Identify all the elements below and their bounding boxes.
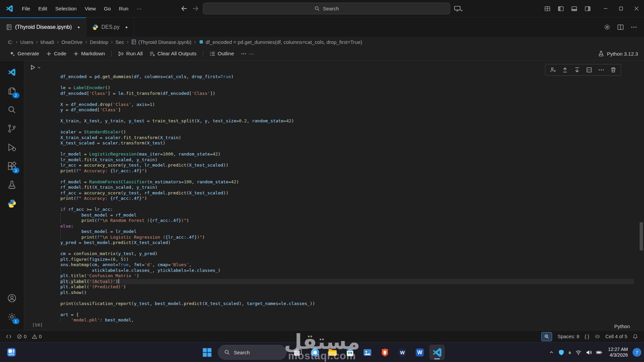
code-line[interactable]: y_pred = best_model.predict(X_test_scale… [60, 240, 634, 246]
taskbar-vscode[interactable] [429, 345, 445, 360]
activity-settings[interactable]: 1 [4, 308, 20, 325]
code-line[interactable]: X_train, X_test, y_train, y_test = train… [60, 118, 634, 124]
back-arrow-icon[interactable] [181, 5, 188, 12]
code-line[interactable]: cm = confusion_matrix(y_test, y_pred) [60, 251, 634, 257]
tray-input-language[interactable]: ة [567, 346, 573, 359]
status-copilot[interactable] [592, 334, 603, 339]
toggle-panel-icon[interactable] [569, 4, 580, 13]
status-notifications[interactable] [630, 334, 641, 339]
taskbar-waterfox[interactable]: W [394, 345, 410, 360]
taskbar-copilot[interactable] [307, 345, 323, 360]
breadcrumb-item[interactable]: khaa5 [41, 39, 54, 45]
tray-volume[interactable] [584, 346, 594, 359]
code-line[interactable]: plt.figure(figsize=(6, 5)) [60, 257, 634, 262]
code-line[interactable]: print(f" Accuracy: {rf_acc:.4f}") [60, 196, 634, 201]
tab-des-py[interactable]: DES.py● [86, 17, 134, 37]
activity-python[interactable] [4, 195, 20, 212]
activity-search[interactable] [4, 101, 20, 118]
close-button[interactable] [629, 0, 644, 17]
code-line[interactable]: print(f"\n Logistic Regression ({lr_acc:… [60, 235, 634, 240]
scrollbar-thumb[interactable] [640, 222, 643, 250]
code-line[interactable] [60, 96, 634, 102]
code-line[interactable]: print(f"\n Random Forest ({rf_acc:.4f})"… [60, 218, 634, 224]
status-warnings[interactable]: 0 [29, 330, 44, 343]
code-line[interactable]: le = LabelEncoder() [60, 85, 634, 91]
code-line[interactable]: art = { [60, 312, 634, 318]
cell-language[interactable]: Python [614, 323, 630, 329]
code-line[interactable]: rf_model.fit(X_train_scaled, y_train) [60, 185, 634, 190]
code-line[interactable] [60, 201, 634, 207]
activity-extensions[interactable]: 3 [4, 157, 20, 175]
forward-arrow-icon[interactable] [192, 5, 199, 12]
code-line[interactable]: 'model.pkl': best_model, [60, 317, 634, 323]
toggle-sidebar-icon[interactable] [555, 4, 566, 13]
breadcrumb-item[interactable]: Users [20, 39, 33, 45]
code-line[interactable]: print(classification_report(y_test, best… [60, 301, 634, 307]
split-cell[interactable] [586, 67, 592, 73]
toolbar-outline[interactable]: Outline [206, 49, 237, 58]
code-line[interactable]: xticklabels=le.classes_, yticklabels=le.… [60, 268, 634, 274]
menu-run[interactable]: Run [115, 4, 132, 14]
taskbar-photos[interactable] [360, 345, 375, 360]
breadcrumb-item[interactable]: df_encoded = pd.get_dummies(df, columns=… [199, 39, 362, 45]
status-indentation[interactable]: Spaces: 8 [555, 334, 582, 339]
notebook-editor[interactable]: df_encoded = pd.get_dummies(df, columns=… [24, 61, 644, 330]
menu-file[interactable]: File [18, 4, 34, 14]
taskbar-widgets[interactable] [5, 346, 18, 359]
activity-explorer[interactable]: 2 [4, 82, 20, 100]
breadcrumb-item[interactable]: OneDrive [61, 39, 83, 45]
code-line[interactable]: plt.show() [60, 290, 634, 296]
status-cell-indicator[interactable]: Cell 4 of 5 [603, 334, 630, 339]
taskbar-clock[interactable]: 12:27 AM 4/3/2026 [605, 347, 631, 358]
activity-run-and-debug[interactable] [4, 138, 20, 156]
cell-code[interactable]: df_encoded = pd.get_dummies(df, columns=… [60, 74, 634, 323]
copilot-edit-cell[interactable] [550, 67, 556, 73]
code-line[interactable]: print(f" Accuracy: {lr_acc:.4f}") [60, 168, 634, 174]
code-line[interactable] [60, 124, 634, 130]
tab-thyroid-disease-ipynb[interactable]: (Thyroid Disease.ipynb)● [0, 17, 86, 37]
tray-windows-security[interactable] [556, 346, 567, 359]
modified-dot-icon[interactable]: ● [125, 25, 127, 29]
code-line[interactable]: scaler = StandardScaler() [60, 129, 634, 135]
code-line[interactable]: X_train_scaled = scaler.fit_transform(X_… [60, 135, 634, 141]
code-line[interactable] [60, 246, 634, 251]
status-zoom[interactable] [541, 332, 552, 341]
start-button[interactable] [199, 345, 215, 360]
code-line[interactable]: else: [60, 224, 634, 229]
toolbar-generate[interactable]: Generate [6, 49, 43, 58]
taskbar-task-view[interactable] [290, 345, 305, 360]
kernel-picker[interactable]: Python 3.12.3 [598, 51, 638, 57]
delete-cell[interactable] [610, 67, 616, 73]
tray-battery[interactable] [594, 346, 604, 359]
code-line[interactable] [60, 174, 634, 179]
minimize-button[interactable] [598, 0, 613, 17]
menu-edit[interactable]: Edit [34, 4, 51, 14]
code-line[interactable] [60, 295, 634, 301]
toggle-secondary-sidebar-icon[interactable] [582, 4, 593, 13]
code-line[interactable]: lr_model.fit(X_train_scaled, y_train) [60, 157, 634, 163]
toolbar-code[interactable]: Code [43, 49, 70, 58]
code-line[interactable]: rf_acc = accuracy_score(y_test, rf_model… [60, 190, 634, 196]
menu-selection[interactable]: Selection [51, 4, 81, 14]
code-line[interactable] [60, 80, 634, 85]
activity-account[interactable] [4, 289, 20, 307]
taskbar-brave[interactable] [377, 345, 392, 360]
more-cell-actions[interactable] [598, 67, 604, 73]
breadcrumb-item[interactable]: C: [8, 39, 13, 45]
toolbar-clear-all-outputs[interactable]: Clear All Outputs [146, 49, 200, 58]
execute-cell-and-below[interactable] [574, 67, 580, 73]
screencast-icon[interactable] [454, 5, 463, 12]
configure-notebook-icon[interactable] [604, 24, 610, 31]
code-line[interactable]: df_encoded['Class'] = le.fit_transform(d… [60, 91, 634, 97]
code-line[interactable]: plt.title('Confusion Matrix ') [60, 273, 634, 279]
code-line[interactable]: X_test_scaled = scaler.transform(X_test) [60, 140, 634, 146]
code-line[interactable]: sns.heatmap(cm, annot=True, fmt='d', cma… [60, 262, 634, 268]
activity-testing[interactable] [4, 176, 20, 193]
tray-show-hidden-icons[interactable] [547, 346, 556, 359]
breadcrumb-item[interactable]: Desktop [90, 39, 108, 45]
taskbar-file-explorer[interactable] [325, 345, 340, 360]
code-line[interactable]: plt.xlabel('(Predicted)') [60, 284, 634, 290]
status-language-features[interactable]: { } [582, 334, 592, 339]
toolbar-markdown[interactable]: Markdown [70, 49, 109, 58]
modified-dot-icon[interactable]: ● [77, 25, 80, 29]
